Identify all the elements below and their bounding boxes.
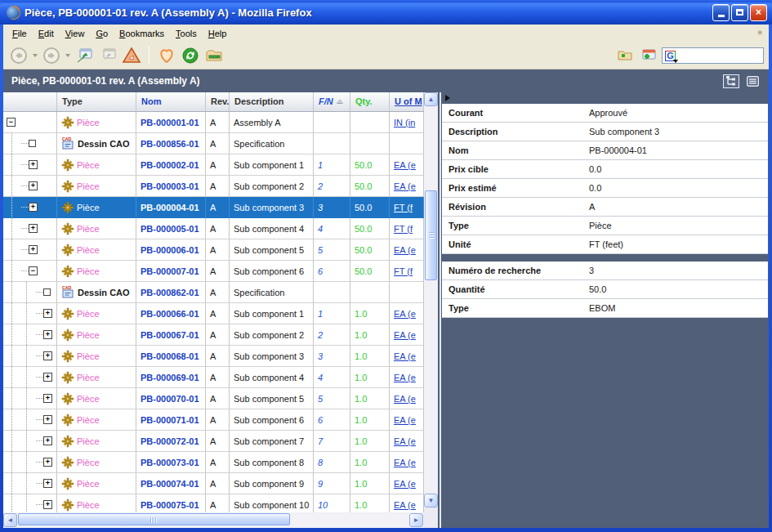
nom-link[interactable]: PB-000007-01 (136, 261, 206, 282)
forward-dropdown-icon[interactable] (65, 54, 70, 57)
wallet-button[interactable] (203, 45, 225, 66)
tree-view-button[interactable] (723, 74, 739, 88)
expand-icon[interactable]: + (29, 181, 38, 190)
expand-icon[interactable]: + (43, 394, 52, 403)
nom-link[interactable]: PB-000001-01 (136, 112, 206, 133)
menu-bookmarks[interactable]: Bookmarks (114, 26, 170, 41)
sync-button[interactable] (180, 45, 201, 66)
table-row[interactable]: +PiècePB-000066-01ASub component 111.0EA… (3, 303, 424, 324)
table-row[interactable]: +PiècePB-000074-01ASub component 991.0EA… (3, 473, 424, 494)
unit-of-measure-link[interactable]: EA (e (390, 154, 424, 176)
search-engine-dropdown-icon[interactable] (673, 60, 678, 63)
search-bar[interactable]: G (662, 47, 764, 64)
scroll-down-button[interactable]: ▼ (424, 494, 438, 507)
home-button[interactable] (121, 45, 142, 66)
nom-link[interactable]: PB-000002-01 (136, 154, 206, 176)
scroll-right-button[interactable]: ► (409, 513, 423, 527)
minimize-button[interactable] (712, 4, 730, 21)
unit-of-measure-link[interactable]: EA (e (390, 431, 424, 452)
expand-icon[interactable]: + (29, 160, 38, 169)
unit-of-measure-link[interactable]: EA (e (390, 473, 424, 494)
expand-icon[interactable]: + (43, 415, 52, 424)
nom-link[interactable]: PB-000004-01 (136, 197, 206, 218)
horizontal-scroll-thumb[interactable] (18, 513, 290, 525)
forward-button[interactable] (41, 45, 62, 66)
nom-link[interactable]: PB-000003-01 (136, 176, 206, 197)
unit-of-measure-link[interactable]: EA (e (390, 346, 424, 367)
table-row[interactable]: −PiècePB-000007-01ASub component 6650.0F… (3, 261, 424, 282)
menu-tools[interactable]: Tools (170, 26, 203, 41)
add-folder-button[interactable] (614, 45, 636, 66)
collapse-icon[interactable]: − (29, 266, 38, 275)
menu-help[interactable]: Help (203, 26, 233, 41)
nom-link[interactable]: PB-000069-01 (136, 367, 206, 388)
table-row[interactable]: −PiècePB-000001-01AAssembly AIN (in (3, 112, 424, 133)
unit-of-measure-link[interactable]: EA (e (390, 324, 424, 346)
nom-link[interactable]: PB-000070-01 (136, 388, 206, 409)
expand-icon[interactable]: + (43, 330, 52, 339)
table-row[interactable]: +PiècePB-000002-01ASub component 1150.0E… (3, 154, 424, 176)
column-header-Nom[interactable]: Nom (136, 92, 206, 111)
stop-button[interactable] (97, 45, 118, 66)
unit-of-measure-link[interactable] (390, 282, 424, 303)
column-header-Type[interactable]: Type (57, 92, 136, 111)
unit-of-measure-link[interactable]: EA (e (390, 239, 424, 261)
nom-link[interactable]: PB-000072-01 (136, 431, 206, 452)
horizontal-scrollbar[interactable]: ◄ ► (3, 512, 424, 528)
table-row[interactable]: +PiècePB-000003-01ASub component 2250.0E… (3, 176, 424, 197)
nom-link[interactable]: PB-000856-01 (136, 133, 206, 154)
table-row[interactable]: +PiècePB-000067-01ASub component 221.0EA… (3, 324, 424, 346)
nom-link[interactable]: PB-000071-01 (136, 409, 206, 431)
unit-of-measure-link[interactable]: EA (e (390, 176, 424, 197)
unit-of-measure-link[interactable]: EA (e (390, 409, 424, 431)
unit-of-measure-link[interactable]: FT (f (390, 218, 424, 239)
google-g-icon[interactable]: G (665, 51, 676, 61)
column-header-F/N[interactable]: F/N (314, 92, 350, 111)
unit-of-measure-link[interactable]: EA (e (390, 388, 424, 409)
expand-icon[interactable]: + (43, 309, 52, 318)
expand-icon[interactable]: + (29, 203, 38, 212)
expand-icon[interactable]: + (29, 245, 38, 254)
column-header-Rev.[interactable]: Rev. (206, 92, 230, 111)
nom-link[interactable]: PB-000073-01 (136, 452, 206, 473)
menu-edit[interactable]: Edit (33, 26, 60, 41)
vertical-scroll-thumb[interactable] (425, 190, 437, 280)
table-row[interactable]: +PiècePB-000005-01ASub component 4450.0F… (3, 218, 424, 239)
collapse-panel-icon[interactable] (445, 95, 450, 101)
expand-icon[interactable]: + (43, 458, 52, 467)
back-button[interactable] (8, 45, 29, 66)
close-button[interactable]: × (750, 4, 767, 21)
menu-file[interactable]: File (7, 26, 33, 41)
table-row[interactable]: +PiècePB-000068-01ASub component 331.0EA… (3, 346, 424, 367)
back-dropdown-icon[interactable] (33, 54, 38, 57)
unit-of-measure-link[interactable]: EA (e (390, 367, 424, 388)
scroll-up-button[interactable]: ▲ (424, 92, 438, 106)
table-row[interactable]: +PiècePB-000004-01ASub component 3350.0F… (3, 197, 424, 218)
column-header-tree[interactable] (3, 92, 57, 111)
nom-link[interactable]: PB-000066-01 (136, 303, 206, 324)
reload-button[interactable] (74, 45, 95, 66)
column-header-U of M[interactable]: U of M (390, 92, 424, 111)
maximize-button[interactable] (731, 4, 748, 21)
table-row[interactable]: CADDessin CAOPB-000856-01ASpecification (3, 133, 424, 154)
unit-of-measure-link[interactable]: IN (in (390, 112, 424, 133)
list-view-button[interactable] (744, 74, 761, 88)
unit-of-measure-link[interactable]: FT (f (390, 197, 424, 218)
unit-of-measure-link[interactable]: FT (f (390, 261, 424, 282)
nom-link[interactable]: PB-000862-01 (136, 282, 206, 303)
nom-link[interactable]: PB-000005-01 (136, 218, 206, 239)
column-header-Description[interactable]: Description (230, 92, 314, 111)
table-row[interactable]: CADDessin CAOPB-000862-01ASpecification (3, 282, 424, 303)
vertical-scrollbar[interactable]: ▲ ▼ (424, 92, 438, 507)
table-row[interactable]: +PiècePB-000071-01ASub component 661.0EA… (3, 409, 424, 431)
search-input[interactable] (677, 51, 761, 60)
collapse-icon[interactable]: − (7, 118, 16, 127)
nom-link[interactable]: PB-000068-01 (136, 346, 206, 367)
expand-icon[interactable]: + (43, 373, 52, 382)
nom-link[interactable]: PB-000074-01 (136, 473, 206, 494)
add-window-button[interactable] (638, 45, 659, 66)
expand-icon[interactable]: + (43, 351, 52, 360)
unit-of-measure-link[interactable]: EA (e (390, 452, 424, 473)
unit-of-measure-link[interactable]: EA (e (390, 303, 424, 324)
table-row[interactable]: +PiècePB-000073-01ASub component 881.0EA… (3, 452, 424, 473)
